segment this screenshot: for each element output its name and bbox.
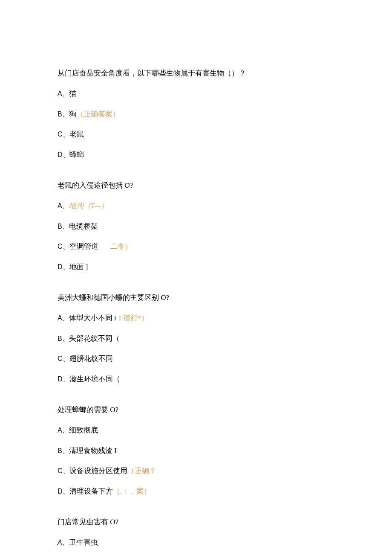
q1-option-d: D、蟑螂: [58, 150, 334, 160]
q2-a-text: 地沟（T—）: [69, 202, 109, 210]
q2-c-note: 二冬）: [110, 242, 132, 250]
question-5: 门店常见虫害有 O?: [58, 517, 334, 527]
q4-a-label: A、: [58, 427, 69, 434]
q1-c-label: C、: [58, 131, 69, 138]
question-3: 美洲大蠊和德国小蠊的主要区别 O?: [58, 293, 334, 303]
q4-option-b: B、清理食物残渣 I: [58, 446, 334, 456]
q4-b-label: B、: [58, 447, 69, 454]
q2-option-c: C、空调管道二冬）: [58, 241, 334, 252]
q3-d-text: 滋生环境不同（: [69, 375, 120, 383]
q5-a-label: A、: [58, 539, 69, 546]
q1-c-text: 老鼠: [69, 130, 84, 138]
q2-c-text: 空调管道: [69, 242, 98, 250]
q2-b-label: B、: [58, 223, 69, 230]
q5-a-text: 卫生害虫: [69, 538, 98, 546]
q4-option-c: C、设备设施分区使用（正确？: [58, 466, 334, 476]
q1-option-a: A、猫: [58, 89, 334, 99]
document-page: 从门店食品安全角度看，以下哪些生物属于有害生物（）？ A、猫 B、狗（正确答案）…: [0, 0, 392, 555]
q2-c-label: C、: [58, 243, 69, 250]
q2-option-b: B、电缆桥架: [58, 221, 334, 232]
q4-b-text: 清理食物残渣 I: [69, 447, 117, 455]
q4-c-text: 设备设施分区使用: [69, 467, 127, 475]
q2-option-d: D、地面 ]: [58, 262, 334, 272]
q3-c-label: C、: [58, 355, 69, 362]
q3-option-b: B、头部花纹不同（: [58, 334, 334, 344]
q1-a-text: 猫: [69, 90, 76, 98]
q3-a-answer: 确行*）: [124, 314, 149, 322]
q3-a-text: 体型大小不同 i：: [69, 314, 124, 322]
q3-option-c: C、翅膀花纹不同: [58, 354, 334, 364]
q4-d-label: D、: [58, 488, 69, 495]
q1-option-b: B、狗（正确答案）: [58, 109, 334, 119]
question-1: 从门店食品安全角度看，以下哪些生物属于有害生物（）？: [58, 68, 334, 78]
q1-b-label: B、: [58, 110, 69, 118]
q4-option-a: A、细致彻底: [58, 425, 334, 436]
q1-d-label: D、: [58, 151, 69, 158]
q1-a-label: A、: [58, 90, 69, 97]
q3-c-text: 翅膀花纹不同: [69, 355, 113, 363]
q2-a-label: A、: [58, 202, 69, 209]
q4-a-text: 细致彻底: [69, 426, 98, 434]
q4-d-text: 清理设备下方: [69, 487, 113, 495]
q3-b-text: 头部花纹不同（: [69, 334, 120, 343]
q1-b-text: 狗: [69, 110, 76, 118]
q1-d-text: 蟑螂: [69, 151, 84, 159]
q4-c-label: C、: [58, 467, 69, 474]
q4-d-answer: （.：，案）: [113, 487, 151, 495]
q2-d-label: D、: [58, 263, 69, 270]
question-4: 处理蟑螂的需要 O?: [58, 405, 334, 415]
q3-option-a: A、体型大小不同 i：确行*）: [58, 313, 334, 323]
q3-b-label: B、: [58, 335, 69, 342]
q3-a-label: A、: [58, 314, 69, 322]
q2-option-a: A、地沟（T—）: [58, 201, 334, 211]
q1-b-answer: （正确答案）: [76, 110, 120, 118]
q3-d-label: D、: [58, 375, 69, 383]
q2-d-text: 地面 ]: [69, 263, 88, 271]
q4-c-answer: （正确？: [127, 467, 156, 475]
q2-b-text: 电缆桥架: [69, 222, 98, 230]
q3-option-d: D、滋生环境不同（: [58, 374, 334, 384]
q4-option-d: D、清理设备下方（.：，案）: [58, 486, 334, 497]
q5-option-a: A、卫生害虫: [58, 538, 334, 548]
q1-option-c: C、老鼠: [58, 129, 334, 139]
question-2: 老鼠的入侵途径包括 O?: [58, 180, 334, 191]
